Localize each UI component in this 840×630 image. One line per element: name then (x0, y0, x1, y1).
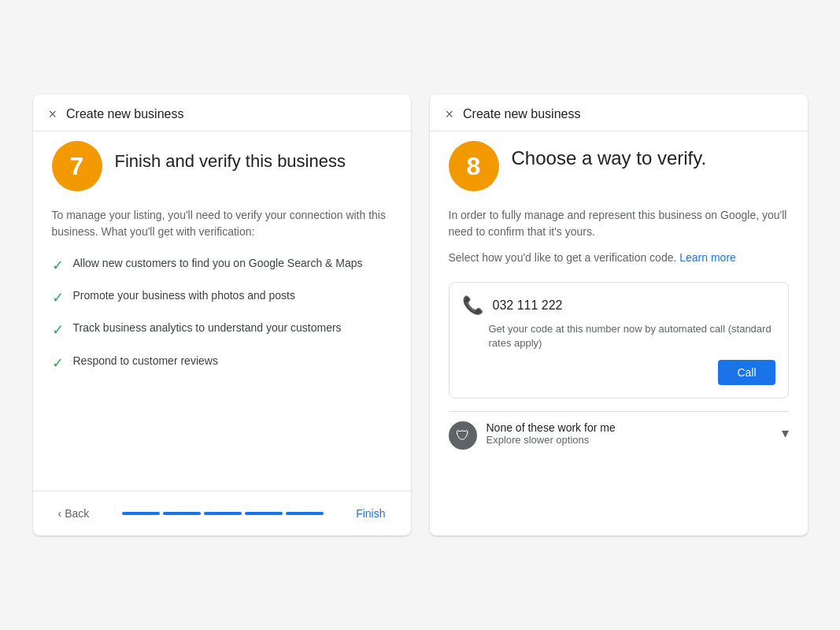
none-option-subtitle: Explore slower options (487, 434, 772, 446)
checklist-item-2-text: Promote your business with photos and po… (73, 288, 296, 304)
left-close-icon[interactable]: × (49, 107, 57, 121)
verify-description: In order to fully manage and represent t… (449, 207, 789, 240)
checklist-item-1-text: Allow new customers to find you on Googl… (73, 256, 363, 272)
progress-bar (122, 512, 324, 515)
left-panel: × Create new business 7 Finish and verif… (33, 94, 411, 536)
phone-number: 032 111 222 (493, 298, 563, 313)
left-panel-footer: ‹ Back Finish (33, 491, 411, 536)
none-option[interactable]: 🛡 None of these work for me Explore slow… (449, 411, 789, 459)
checklist-item-2: ✓ Promote your business with photos and … (52, 288, 392, 308)
check-icon-2: ✓ (52, 288, 64, 308)
checklist-item-3-text: Track business analytics to understand y… (73, 321, 342, 336)
phone-option-header: 📞 032 111 222 (462, 295, 775, 316)
progress-segment-1 (122, 512, 160, 515)
right-panel-title: Create new business (463, 107, 580, 121)
none-option-title: None of these work for me (487, 421, 772, 434)
left-panel-body: 7 Finish and verify this business To man… (33, 132, 411, 491)
checklist-item-4: ✓ Respond to customer reviews (52, 354, 392, 373)
none-option-text: None of these work for me Explore slower… (487, 421, 772, 446)
phone-icon: 📞 (462, 295, 483, 316)
checklist: ✓ Allow new customers to find you on Goo… (52, 256, 392, 373)
learn-more-link[interactable]: Learn more (679, 251, 736, 264)
shield-icon: 🛡 (456, 428, 470, 444)
checklist-item-3: ✓ Track business analytics to understand… (52, 321, 392, 340)
verify-select-label: Select how you'd like to get a verificat… (449, 251, 677, 264)
right-panel-body: 8 Choose a way to verify. In order to fu… (430, 132, 808, 536)
progress-segment-4 (245, 512, 283, 515)
checklist-item-4-text: Respond to customer reviews (73, 354, 218, 369)
verify-title: Choose a way to verify. (512, 147, 707, 169)
left-panel-title: Create new business (66, 107, 183, 121)
right-panel: × Create new business 8 Choose a way to … (430, 94, 808, 536)
step-8-badge: 8 (449, 141, 499, 191)
right-step-header: 8 Choose a way to verify. (449, 147, 789, 191)
check-icon-1: ✓ (52, 256, 64, 276)
panels-container: × Create new business 7 Finish and verif… (0, 71, 840, 559)
progress-segment-3 (204, 512, 242, 515)
left-panel-header: × Create new business (33, 94, 411, 132)
check-icon-3: ✓ (52, 321, 64, 340)
step-7-badge: 7 (52, 141, 102, 191)
left-step-header: 7 Finish and verify this business (52, 147, 392, 191)
shield-icon-wrap: 🛡 (449, 421, 477, 450)
finish-button[interactable]: Finish (350, 504, 391, 523)
step-7-title: Finish and verify this business (115, 147, 346, 173)
phone-option-desc: Get your code at this number now by auto… (462, 322, 775, 350)
call-button[interactable]: Call (718, 360, 775, 385)
right-close-icon[interactable]: × (446, 107, 454, 121)
right-panel-header: × Create new business (430, 94, 808, 132)
back-chevron-icon: ‹ (58, 507, 62, 520)
step-7-description: To manage your listing, you'll need to v… (52, 207, 392, 240)
verify-select-text: Select how you'd like to get a verificat… (449, 250, 789, 266)
chevron-down-icon: ▾ (782, 424, 789, 442)
phone-verify-option: 📞 032 111 222 Get your code at this numb… (449, 282, 789, 398)
checklist-item-1: ✓ Allow new customers to find you on Goo… (52, 256, 392, 276)
back-button[interactable]: ‹ Back (52, 504, 96, 523)
progress-segment-5 (286, 512, 324, 515)
back-label: Back (65, 507, 89, 520)
check-icon-4: ✓ (52, 354, 64, 373)
progress-segment-2 (163, 512, 201, 515)
